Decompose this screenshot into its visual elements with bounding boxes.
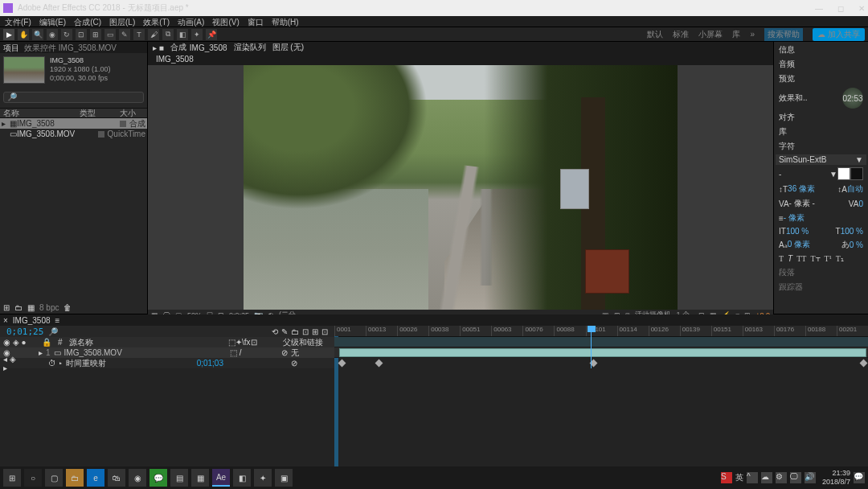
timeline-layer-1[interactable]: ◉ ▸1 ▭IMG_3508.MOV ⬚ / ⊘无 (0, 347, 334, 358)
time-ruler[interactable]: 0001 00013 00026 00038 00051 00063 00076… (334, 326, 868, 337)
clone-tool[interactable]: ⧉ (162, 29, 174, 40)
project-search[interactable]: 🔎 (3, 92, 144, 103)
minimize-button[interactable]: — (815, 4, 823, 13)
vscale[interactable]: 100 % (786, 227, 809, 236)
fill-swatch[interactable] (837, 167, 850, 180)
app-icon-2[interactable]: ▦ (191, 469, 209, 487)
tray-sound-icon[interactable]: 🔊 (805, 472, 816, 483)
menu-edit[interactable]: 编辑(E) (39, 17, 66, 26)
workspace-default[interactable]: 默认 (647, 29, 663, 40)
faux-italic[interactable]: T (788, 254, 792, 263)
puppet-tool[interactable]: 📌 (206, 29, 217, 40)
comp-panel-icon[interactable]: ▸ ■ (153, 43, 164, 52)
pen-tool[interactable]: ✎ (119, 29, 130, 40)
small-caps[interactable]: Tᴛ (810, 254, 820, 263)
col-name[interactable]: 名称 (0, 108, 76, 119)
tray-icon-4[interactable]: ⚙ (776, 472, 787, 483)
all-caps[interactable]: TT (796, 254, 806, 263)
font-family-select[interactable]: SimSun-ExtB▼ (776, 154, 866, 165)
tracking[interactable]: 0 (858, 199, 863, 208)
panel-audio[interactable]: 音频 (776, 58, 866, 71)
workspace-small[interactable]: 小屏幕 (698, 29, 723, 40)
menu-effect[interactable]: 效果(T) (143, 17, 170, 26)
search-button[interactable]: ○ (24, 469, 42, 487)
store-icon[interactable]: 🛍 (108, 469, 125, 487)
tl-icon-6[interactable]: ⊡ (321, 327, 328, 336)
panel-preview[interactable]: 预览 (776, 72, 866, 85)
app-icon-1[interactable]: ▤ (170, 469, 188, 487)
ime-indicator[interactable]: 英 (735, 472, 743, 483)
stroke-swatch[interactable] (850, 167, 863, 180)
tab-layer[interactable]: 图层 (无) (272, 42, 304, 53)
panel-paragraph[interactable]: 段落 (776, 266, 866, 279)
tab-renderqueue[interactable]: 渲染队列 (234, 42, 266, 53)
brush-tool[interactable]: 🖌 (148, 29, 159, 40)
zoom-tool[interactable]: 🔍 (32, 29, 43, 40)
menu-composition[interactable]: 合成(C) (74, 17, 101, 26)
selection-tool[interactable]: ▶ (3, 29, 14, 40)
roto-tool[interactable]: ✦ (191, 29, 203, 40)
tl-icon-5[interactable]: ⊞ (312, 327, 318, 336)
keyframe-row[interactable] (334, 358, 868, 368)
comp-flowchart[interactable]: IMG_3508 (156, 55, 194, 64)
workspace-more[interactable]: » (750, 30, 755, 39)
tray-icon-2[interactable]: ^ (747, 472, 758, 483)
tl-icon-4[interactable]: ⊡ (302, 327, 309, 336)
keyframe-4[interactable] (860, 360, 868, 368)
menu-help[interactable]: 帮助(H) (272, 17, 299, 26)
tray-icon-3[interactable]: ☁ (761, 472, 772, 483)
menu-file[interactable]: 文件(F) (5, 17, 31, 26)
app-icon-4[interactable]: ✦ (254, 469, 272, 487)
composition-viewer[interactable] (148, 65, 773, 310)
panel-tracker[interactable]: 跟踪器 (776, 281, 866, 294)
app-icon-5[interactable]: ▣ (275, 469, 293, 487)
tab-project[interactable]: 项目 (3, 43, 19, 52)
notifications-icon[interactable]: 💬 (854, 472, 865, 483)
keyframe-2[interactable] (375, 360, 383, 368)
new-comp-icon[interactable]: ▦ (27, 303, 35, 312)
col-size[interactable]: 大小 (117, 108, 139, 119)
orbit-tool[interactable]: ◉ (47, 29, 58, 40)
tsume[interactable]: 0 % (850, 240, 863, 249)
menu-layer[interactable]: 图层(L) (109, 17, 135, 26)
new-folder-icon[interactable]: 🗀 (14, 303, 23, 312)
hscale[interactable]: 100 % (841, 227, 863, 236)
workspace-standard[interactable]: 标准 (673, 29, 689, 40)
panel-info[interactable]: 信息 (776, 43, 866, 56)
keyframe-1[interactable] (338, 360, 346, 368)
faux-bold[interactable]: T (779, 254, 784, 263)
taskview-button[interactable]: ▢ (45, 469, 63, 487)
layer-track[interactable] (334, 347, 868, 358)
start-button[interactable]: ⊞ (3, 469, 21, 487)
timeline-property-time-remap[interactable]: ◂ ◈ ▸ ⏱ ▸时间重映射 0;01;03 ⊘ (0, 358, 334, 368)
menu-animation[interactable]: 动画(A) (178, 17, 204, 26)
col-parent[interactable]: 父级和链接 (283, 337, 331, 348)
explorer-icon[interactable]: 🗀 (66, 469, 84, 487)
work-area[interactable] (334, 337, 868, 347)
tl-icon-2[interactable]: ✎ (281, 327, 288, 336)
cloud-share-button[interactable]: ☁加入共享 (813, 28, 865, 41)
current-time[interactable]: 0;01;25 (6, 327, 43, 337)
timeline-tab[interactable]: IMG_3508 (13, 316, 51, 325)
panel-library[interactable]: 库 (776, 125, 866, 138)
panel-character[interactable]: 字符 (776, 140, 866, 153)
ae-taskbar-icon[interactable]: Ae (212, 469, 230, 487)
panel-effects[interactable]: 效果和..02:53 (776, 87, 866, 109)
search-help[interactable]: 搜索帮助 (764, 28, 803, 41)
col-source-name[interactable]: 源名称 (69, 337, 222, 348)
menu-window[interactable]: 窗口 (248, 17, 264, 26)
panel-align[interactable]: 对齐 (776, 111, 866, 124)
baseline[interactable]: 0 像素 (788, 239, 810, 250)
rotate-tool[interactable]: ↻ (61, 29, 72, 40)
close-button[interactable]: ✕ (858, 4, 865, 13)
bpc-icon[interactable]: 8 bpc (39, 303, 59, 312)
tray-icon-5[interactable]: 🖵 (790, 472, 801, 483)
hand-tool[interactable]: ✋ (18, 29, 29, 40)
font-style-row[interactable]: -▼ (776, 166, 866, 181)
tray-icon-1[interactable]: S (721, 472, 732, 483)
system-clock[interactable]: 21:39 2018/8/7 (822, 469, 850, 487)
layer-clip[interactable] (339, 348, 866, 357)
kerning[interactable]: - 像素 - (789, 198, 815, 209)
camera-tool[interactable]: ⊡ (76, 29, 87, 40)
interpret-footage-icon[interactable]: ⊞ (3, 303, 10, 312)
